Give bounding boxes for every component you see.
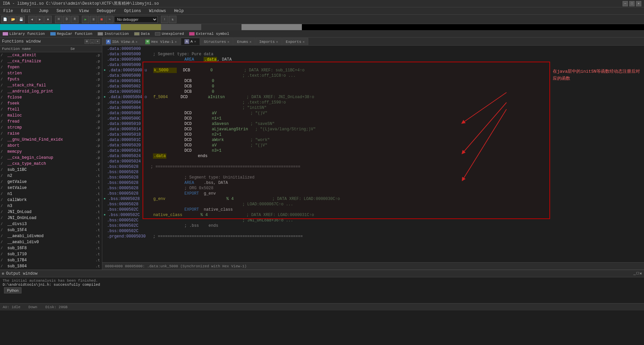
function-list-item[interactable]: /sub_11BC.t — [0, 167, 102, 173]
function-list-item[interactable]: /__aeabi_idivmod.t — [0, 233, 102, 239]
function-list-item[interactable]: /callWork.t — [0, 197, 102, 203]
function-item-icon: / — [1, 138, 5, 142]
function-list-item[interactable]: /n2.t — [0, 173, 102, 179]
menu-debugger[interactable]: Debugger — [95, 8, 118, 14]
function-list-item[interactable]: /__aeabi_ldiv0.t — [0, 239, 102, 245]
menu-view[interactable]: View — [77, 8, 91, 14]
code-addr: .data:00005024 — [107, 153, 151, 159]
function-list-item[interactable]: /strcmp.p — [0, 125, 102, 131]
menu-file[interactable]: File — [1, 8, 15, 14]
output-close[interactable]: ✕ — [640, 271, 642, 276]
function-list-item[interactable]: /__cxa_finalize.p — [0, 58, 102, 64]
function-list-item[interactable]: /JNI_OnUnLoad.t — [0, 215, 102, 221]
function-list-item[interactable]: /ftell.p — [0, 107, 102, 113]
function-list-item[interactable]: /setValue.t — [0, 185, 102, 191]
tab-structures-close[interactable]: ✕ — [227, 40, 229, 44]
toolbar-step-over[interactable]: ↷ — [106, 16, 113, 23]
python-button[interactable]: Python — [4, 287, 21, 293]
function-list-item[interactable]: /sub_16F8.t — [0, 245, 102, 251]
function-list-item[interactable]: /JNI_OnLoad.t — [0, 209, 102, 215]
tab-structures[interactable]: Structures ✕ — [200, 38, 233, 45]
code-addr: .bss:00005028 — [107, 169, 151, 175]
toolbar-run[interactable]: ▶ — [82, 16, 89, 23]
toolbar-up[interactable]: ▲ — [44, 16, 52, 23]
output-maximize[interactable]: □ — [637, 271, 639, 276]
function-list-item[interactable]: /n3.t — [0, 203, 102, 209]
tab-hex-view[interactable]: H Hex View-1 ✕ — [142, 38, 180, 45]
function-list-item[interactable]: /strlen.p — [0, 70, 102, 76]
function-list-item[interactable]: /memcpy.p — [0, 149, 102, 155]
function-list-item[interactable]: /__android_log_print.p — [0, 88, 102, 94]
menu-windows[interactable]: Windows — [147, 8, 168, 14]
code-addr: .data:00005008 — [107, 111, 151, 116]
function-list-item[interactable]: /n1.t — [0, 191, 102, 197]
function-list-item[interactable]: /__cxa_begin_cleanup.p — [0, 155, 102, 161]
tab-a-close[interactable]: ✕ — [194, 40, 196, 44]
close-button[interactable]: ✕ — [636, 1, 641, 6]
toolbar-xref1[interactable]: ↕ — [161, 16, 168, 23]
toolbar-xref2[interactable]: ⇅ — [169, 16, 176, 23]
toolbar-dec[interactable]: D — [63, 16, 70, 23]
functions-close-btn[interactable]: ✕ — [95, 39, 100, 44]
output-minimize[interactable]: _ — [633, 271, 636, 276]
function-list-item[interactable]: /sub_1804.t — [0, 263, 102, 269]
function-list-item[interactable]: /fopen.p — [0, 64, 102, 70]
tab-a[interactable]: A A ✕ — [181, 38, 200, 45]
code-line: ●.data:00005004 of_5004 DCD aInitsn ; DA… — [102, 94, 644, 100]
function-list-item[interactable]: /sub_15F4.t — [0, 227, 102, 233]
tab-hex-view-close[interactable]: ✕ — [175, 40, 177, 44]
function-list-item[interactable]: /sub_17B4.t — [0, 257, 102, 263]
code-line: .data:00005010 DCD aSavesn ; "saveSN" — [102, 121, 644, 127]
code-comment: ; "saveSN" — [251, 121, 275, 127]
code-wrapper[interactable]: .data:00005000 .data:00005000 ; Segment … — [102, 46, 644, 262]
debugger-select[interactable]: No debugger — [114, 16, 158, 23]
function-list-item[interactable]: /fread.p — [0, 119, 102, 125]
function-list-item[interactable]: /abort.p — [0, 143, 102, 149]
function-list-item[interactable]: /fputs.p — [0, 76, 102, 82]
code-operand: n3+1 — [212, 148, 221, 153]
menu-search[interactable]: Search — [54, 8, 73, 14]
function-list-item[interactable]: /raise.p — [0, 131, 102, 137]
toolbar-new[interactable]: 📄 — [1, 16, 9, 23]
tab-ida-view-close[interactable]: ✕ — [136, 40, 138, 44]
menu-jump[interactable]: Jump — [37, 8, 51, 14]
code-addr: .data:00005020 — [107, 143, 151, 148]
function-list-item[interactable]: /__cxa_type_match.p — [0, 161, 102, 167]
function-list-item[interactable]: /fseek.p — [0, 100, 102, 107]
tab-ida-view[interactable]: A IDA View-A ✕ — [102, 38, 141, 45]
function-list-item[interactable]: /__cxa_atexit.p — [0, 52, 102, 58]
toolbar-pause[interactable]: ⏸ — [90, 16, 97, 23]
toolbar-stop[interactable]: ⏹ — [98, 16, 105, 23]
toolbar-save[interactable]: 💾 — [17, 16, 25, 23]
function-list-item[interactable]: /__stack_chk_fail.p — [0, 82, 102, 88]
tab-exports-close[interactable]: ✕ — [303, 40, 305, 44]
tab-enums[interactable]: Enums ✕ — [233, 38, 255, 45]
menu-help[interactable]: Help — [172, 8, 186, 14]
tab-enums-close[interactable]: ✕ — [250, 40, 252, 44]
function-list-item[interactable]: /getValue.t — [0, 179, 102, 185]
dot — [104, 223, 107, 228]
toolbar-back[interactable]: ◀ — [28, 16, 36, 23]
function-list-item[interactable]: /__divsi3.t — [0, 221, 102, 227]
menu-edit[interactable]: Edit — [19, 8, 33, 14]
function-list-item[interactable]: /fclose.p — [0, 94, 102, 100]
functions-header-buttons: ⊞ _ ✕ — [85, 39, 100, 44]
toolbar-open[interactable]: 📂 — [9, 16, 17, 23]
code-mnem: DCD — [184, 143, 205, 148]
toolbar-hex[interactable]: H — [55, 16, 62, 23]
tab-exports[interactable]: Exports ✕ — [282, 38, 308, 45]
functions-list[interactable]: /__cxa_atexit.p/__cxa_finalize.p/fopen.p… — [0, 52, 102, 270]
minimize-button[interactable]: ─ — [623, 1, 628, 6]
toolbar-fwd[interactable]: ▶ — [36, 16, 44, 23]
maximize-button[interactable]: □ — [629, 1, 635, 6]
menu-options[interactable]: Options — [122, 8, 143, 14]
function-list-item[interactable]: /sub_1710.t — [0, 251, 102, 257]
function-list-item[interactable]: /malloc.p — [0, 113, 102, 119]
functions-minimize-btn[interactable]: _ — [90, 39, 95, 44]
toolbar-refs[interactable]: R — [71, 16, 78, 23]
tab-imports-close[interactable]: ✕ — [276, 40, 278, 44]
tab-imports[interactable]: Imports ✕ — [256, 38, 282, 45]
function-list-item[interactable]: /__gnu_Unwind_Find_exidx.p — [0, 137, 102, 143]
functions-header: Functions window ⊞ _ ✕ — [0, 38, 102, 46]
bottom-status: AU: idle Down Disk: 20GB — [0, 303, 644, 310]
